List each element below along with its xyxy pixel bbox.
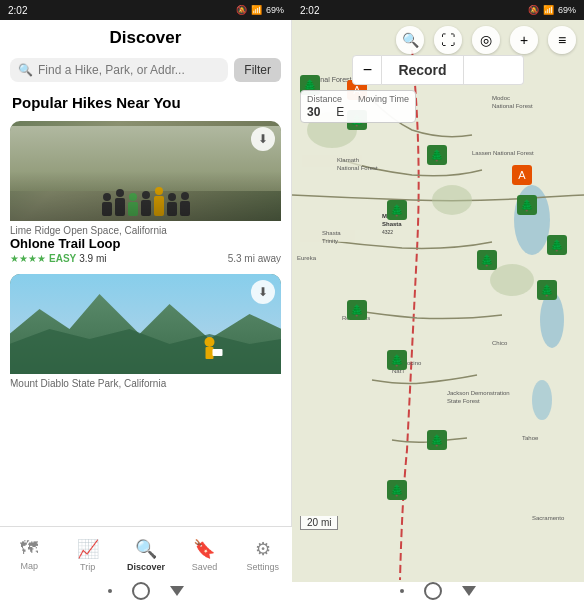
svg-text:Modoc: Modoc [492, 95, 510, 101]
gesture-dot-left [108, 589, 112, 593]
hike-meta-1: ★★★★ EASY 3.9 mi 5.3 mi away [10, 253, 281, 264]
nav-saved-left[interactable]: 🔖 Saved [175, 534, 233, 576]
gesture-bar-right [292, 582, 584, 600]
download-icon-1[interactable]: ⬇ [251, 127, 275, 151]
search-map-button[interactable]: 🔍 [396, 26, 424, 54]
distance-label: Distance [307, 94, 342, 104]
trail-marker-12[interactable]: 🌲 [537, 280, 557, 300]
hike-image-2: ⬇ [10, 274, 281, 374]
hike-info-1: Lime Ridge Open Space, California Ohlone… [10, 221, 281, 266]
nav-settings-left[interactable]: ⚙ Settings [234, 534, 292, 576]
time-right: 2:02 [300, 5, 319, 16]
distance-1: 3.9 mi [79, 253, 106, 264]
svg-text:Tahoe: Tahoe [522, 435, 539, 441]
svg-text:National Forest: National Forest [337, 165, 378, 171]
record-button[interactable]: Record [382, 55, 463, 85]
hike-card-1[interactable]: ⬇ Lime Ridge Open Space, California Ohlo… [10, 121, 281, 266]
search-icon: 🔍 [18, 63, 33, 77]
svg-text:Eureka: Eureka [297, 255, 317, 261]
orange-marker-2[interactable]: A [512, 165, 532, 185]
search-bar: 🔍 Filter [10, 58, 281, 82]
distance-panel: Distance Moving Time 30 E [300, 90, 416, 123]
svg-text:Jackson Demonstration: Jackson Demonstration [447, 390, 510, 396]
discover-label-left: Discover [127, 562, 165, 572]
trail-marker-9[interactable]: 🌲 [427, 430, 447, 450]
nav-discover-left[interactable]: 🔍 Discover [117, 534, 175, 576]
trail-marker-7[interactable]: 🌲 [347, 300, 367, 320]
location-button[interactable]: ◎ [472, 26, 500, 54]
svg-text:Klamath: Klamath [337, 157, 359, 163]
discover-header: Discover [0, 20, 291, 54]
hike-location-2: Mount Diablo State Park, California [10, 378, 281, 389]
svg-text:Lassen National Forest: Lassen National Forest [472, 150, 534, 156]
svg-text:4322: 4322 [382, 229, 393, 235]
search-input[interactable] [38, 63, 220, 77]
wifi-icon-right: 📶 [543, 5, 554, 15]
svg-point-3 [205, 337, 215, 347]
layers-button[interactable]: ≡ [548, 26, 576, 54]
panel-headers: Distance Moving Time [307, 94, 409, 104]
map-label-left: Map [20, 561, 38, 571]
person-6 [167, 193, 177, 216]
distance-value: 30 [307, 105, 320, 119]
svg-point-12 [490, 264, 534, 296]
trail-marker-3[interactable]: 🌲 [427, 145, 447, 165]
scale-label: 20 mi [307, 517, 331, 528]
search-input-wrap[interactable]: 🔍 [10, 58, 228, 82]
svg-text:Shasta: Shasta [322, 230, 341, 236]
trail-marker-5[interactable]: 🌲 [517, 195, 537, 215]
notification-icon-right: 🔕 [528, 5, 539, 15]
svg-text:Shasta: Shasta [382, 221, 402, 227]
moving-time-label: Moving Time [358, 94, 409, 104]
trip-icon-left: 📈 [77, 538, 99, 560]
person-7 [180, 192, 190, 216]
trail-marker-4[interactable]: 🌲 [387, 200, 407, 220]
person-2 [115, 189, 125, 216]
svg-text:State Forest: State Forest [447, 398, 480, 404]
gesture-circle-left [132, 582, 150, 600]
status-icons-right: 🔕 📶 69% [528, 5, 576, 15]
gesture-triangle-left [170, 586, 184, 596]
wifi-icon: 📶 [251, 5, 262, 15]
map-scale: 20 mi [300, 516, 338, 530]
trip-label-left: Trip [80, 562, 95, 572]
svg-point-9 [532, 380, 552, 420]
hike-name-1: Ohlone Trail Loop [10, 236, 281, 251]
add-button[interactable]: + [510, 26, 538, 54]
map-icon-left: 🗺 [20, 538, 38, 559]
panel-values: 30 E [307, 105, 409, 119]
unit-value: E [336, 105, 344, 119]
map-panel: National Forest Klamath National Forest … [292, 0, 584, 600]
nav-trip-left[interactable]: 📈 Trip [58, 534, 116, 576]
nav-map-left[interactable]: 🗺 Map [0, 534, 58, 575]
person-3 [128, 193, 138, 216]
trail-marker-8[interactable]: 🌲 [387, 350, 407, 370]
hike-card-2[interactable]: ⬇ Mount Diablo State Park, California [10, 274, 281, 391]
page-title: Discover [12, 28, 279, 48]
distance-away-1: 5.3 mi away [228, 253, 281, 264]
svg-rect-5 [213, 349, 223, 356]
trail-marker-10[interactable]: 🌲 [387, 480, 407, 500]
expand-map-button[interactable]: ⛶ [434, 26, 462, 54]
svg-text:Trinity: Trinity [322, 238, 338, 244]
status-icons-left: 🔕 📶 69% [236, 5, 284, 15]
gesture-triangle-right [462, 586, 476, 596]
trail-marker-11[interactable]: 🌲 [547, 235, 567, 255]
record-area: − Record [292, 55, 584, 85]
bottom-nav-left: 🗺 Map 📈 Trip 🔍 Discover 🔖 Saved ⚙ Settin… [0, 526, 292, 582]
settings-icon-left: ⚙ [255, 538, 271, 560]
gesture-circle-right [424, 582, 442, 600]
status-bar-left: 2:02 🔕 📶 69% [0, 0, 292, 20]
svg-point-8 [540, 292, 564, 348]
minus-button[interactable]: − [352, 55, 382, 85]
trail-marker-6[interactable]: 🌲 [477, 250, 497, 270]
stars-1: ★★★★ [10, 253, 46, 264]
filter-button[interactable]: Filter [234, 58, 281, 82]
gesture-bar-left [0, 582, 292, 600]
status-bar-right: 2:02 🔕 📶 69% [292, 0, 584, 20]
record-right-panel [464, 55, 524, 85]
discover-icon-left: 🔍 [135, 538, 157, 560]
time-left: 2:02 [8, 5, 27, 16]
person-1 [102, 193, 112, 216]
download-icon-2[interactable]: ⬇ [251, 280, 275, 304]
